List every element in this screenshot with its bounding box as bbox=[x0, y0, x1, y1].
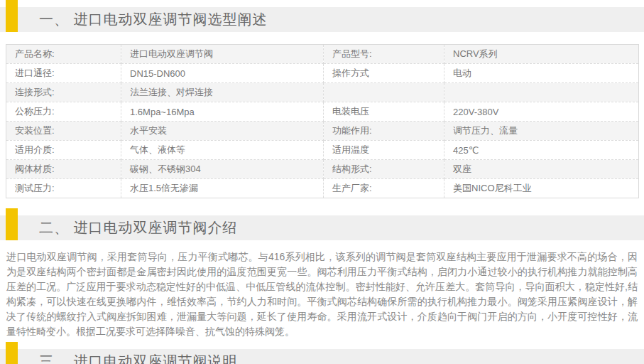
spec-value: 碳钢、不锈钢304 bbox=[121, 160, 324, 179]
table-row: 测试压力: 水压1.5倍无渗漏 生产厂家: 美国NICO尼科工业 bbox=[6, 179, 639, 198]
spec-value: 进口电动双座调节阀 bbox=[121, 45, 324, 64]
spec-value: 双座 bbox=[444, 160, 639, 179]
spec-value: 美国NICO尼科工业 bbox=[444, 179, 639, 198]
spec-value: NCRV系列 bbox=[444, 45, 639, 64]
table-row: 连接形式: 法兰连接、对焊连接 bbox=[6, 83, 639, 102]
table-row: 安装位置: 水平安装 功能作用: 调节压力、流量 bbox=[6, 122, 639, 141]
spec-value: 1.6Mpa~16Mpa bbox=[121, 102, 324, 122]
spec-value: 法兰连接、对焊连接 bbox=[121, 83, 324, 102]
spec-value: 水压1.5倍无渗漏 bbox=[121, 179, 324, 198]
spec-label: 阀体材质: bbox=[6, 160, 121, 179]
spec-value: 气体、液体等 bbox=[121, 141, 324, 160]
spec-label: 产品名称: bbox=[6, 45, 121, 64]
spec-label: 连接形式: bbox=[6, 83, 121, 102]
spec-label: 结构形式: bbox=[324, 160, 444, 179]
table-row: 公称压力: 1.6Mpa~16Mpa 电装电压 220V-380V bbox=[6, 102, 639, 122]
spec-label: 适用介质: bbox=[6, 141, 121, 160]
spec-value: 水平安装 bbox=[121, 122, 324, 141]
yellow-accent-bar bbox=[6, 342, 18, 364]
section-header-description: 三、 进口电动双座调节阀说明 bbox=[0, 349, 644, 364]
spec-label: 适用温度 bbox=[324, 141, 444, 160]
table-row: 产品名称: 进口电动双座调节阀 产品型号: NCRV系列 bbox=[6, 45, 639, 64]
spec-value: 220V-380V bbox=[444, 102, 639, 122]
table-row: 适用介质: 气体、液体等 适用温度 425℃ bbox=[6, 141, 639, 160]
spec-value: 调节压力、流量 bbox=[444, 122, 639, 141]
spec-value: DN15-DN600 bbox=[121, 64, 324, 83]
spec-value bbox=[444, 83, 639, 102]
spec-label: 进口通径: bbox=[6, 64, 121, 83]
table-row: 阀体材质: 碳钢、不锈钢304 结构形式: 双座 bbox=[6, 160, 639, 179]
product-spec-table: 产品名称: 进口电动双座调节阀 产品型号: NCRV系列 进口通径: DN15-… bbox=[6, 44, 639, 198]
spec-label: 产品型号: bbox=[324, 45, 444, 64]
section-header-introduction: 二、 进口电动双座调节阀介绍 bbox=[0, 215, 644, 240]
section-title: 一、 进口电动双座调节阀选型阐述 bbox=[39, 10, 268, 29]
spec-label: 操作方式 bbox=[324, 64, 444, 83]
spec-label: 功能作用: bbox=[324, 122, 444, 141]
product-detail-page: 一、 进口电动双座调节阀选型阐述 产品名称: 进口电动双座调节阀 产品型号: N… bbox=[0, 7, 644, 364]
spec-label: 安装位置: bbox=[6, 122, 121, 141]
introduction-paragraph: 进口电动双座调节阀，采用套筒导向，压力平衡式嘟芯。与416系列相比，该系列的调节… bbox=[6, 250, 638, 339]
section-header-selection: 一、 进口电动双座调节阀选型阐述 bbox=[0, 7, 644, 32]
spec-label: 电装电压 bbox=[324, 102, 444, 122]
table-row: 进口通径: DN15-DN600 操作方式 电动 bbox=[6, 64, 639, 83]
section-title: 三、 进口电动双座调节阀说明 bbox=[39, 352, 238, 364]
spec-label: 公称压力: bbox=[6, 102, 121, 122]
spec-value: 425℃ bbox=[444, 141, 639, 160]
yellow-accent-bar bbox=[6, 208, 18, 240]
yellow-accent-bar bbox=[6, 0, 18, 32]
section-title: 二、 进口电动双座调节阀介绍 bbox=[39, 218, 238, 237]
spec-value: 电动 bbox=[444, 64, 639, 83]
spec-label: 测试压力: bbox=[6, 179, 121, 198]
spec-label: 生产厂家: bbox=[324, 179, 444, 198]
spec-label bbox=[324, 83, 444, 102]
